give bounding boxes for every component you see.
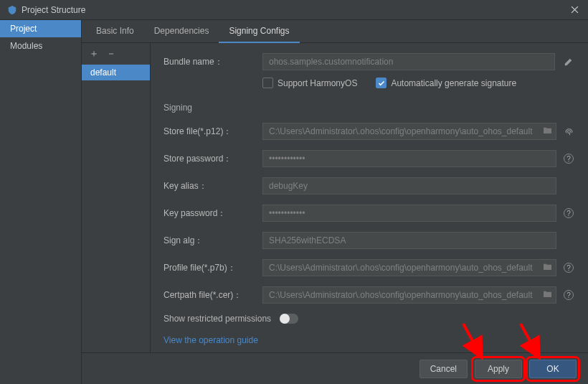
cancel-button[interactable]: Cancel	[419, 360, 468, 378]
fingerprint-icon[interactable]	[561, 126, 577, 137]
close-button[interactable]	[568, 4, 581, 17]
support-harmonyos-label: Support HarmonyOS	[278, 78, 357, 88]
apply-button[interactable]: Apply	[475, 360, 522, 378]
tab-basic-info[interactable]: Basic Info	[86, 20, 144, 43]
key-password-label: Key password：	[163, 207, 262, 220]
tab-dependencies[interactable]: Dependencies	[144, 20, 219, 43]
restricted-perms-label: Show restricted permissions	[163, 314, 271, 324]
operation-guide-link[interactable]: View the operation guide	[163, 335, 577, 345]
sign-alg-input[interactable]	[262, 232, 556, 249]
store-password-input[interactable]	[262, 150, 556, 167]
key-alias-label: Key alias：	[163, 180, 262, 192]
sidebar-item-project[interactable]: Project	[0, 20, 81, 37]
key-password-input[interactable]	[262, 205, 556, 222]
help-icon[interactable]: ?	[561, 208, 577, 218]
configs-panel: ＋ － default	[82, 43, 151, 352]
certpath-file-label: Certpath file(*.cer)：	[163, 289, 262, 301]
ok-button[interactable]: OK	[529, 360, 577, 378]
help-icon[interactable]: ?	[561, 263, 577, 273]
titlebar: Project Structure	[0, 0, 588, 20]
add-config-button[interactable]: ＋	[89, 47, 99, 60]
help-icon[interactable]: ?	[561, 290, 577, 300]
bundle-name-label: Bundle name：	[163, 56, 262, 68]
restricted-perms-toggle[interactable]	[280, 314, 298, 324]
auto-sign-label: Automatically generate signature	[391, 78, 516, 88]
key-alias-input[interactable]	[262, 177, 556, 195]
dialog-footer: Cancel Apply OK	[82, 352, 588, 384]
app-icon	[7, 5, 17, 15]
bundle-name-input[interactable]	[262, 53, 555, 70]
store-password-label: Store password：	[163, 153, 262, 165]
auto-sign-checkbox[interactable]: Automatically generate signature	[376, 78, 516, 88]
profile-file-label: Profile file(*.p7b)：	[163, 262, 262, 274]
certpath-file-input[interactable]	[262, 286, 556, 304]
store-file-label: Store file(*.p12)：	[163, 126, 262, 138]
help-icon[interactable]: ?	[561, 154, 577, 164]
remove-config-button[interactable]: －	[106, 47, 116, 60]
sidebar: Project Modules	[0, 20, 82, 384]
tab-signing-configs[interactable]: Signing Configs	[219, 20, 299, 43]
store-file-input[interactable]	[262, 123, 556, 140]
signing-form: Bundle name： Support HarmonyOS	[151, 43, 588, 352]
window-title: Project Structure	[22, 5, 85, 15]
config-item-default[interactable]: default	[82, 65, 150, 80]
signing-section-header: Signing	[163, 103, 577, 113]
profile-file-input[interactable]	[262, 259, 556, 276]
support-harmonyos-checkbox[interactable]: Support HarmonyOS	[262, 78, 357, 88]
edit-icon[interactable]	[561, 57, 577, 67]
sign-alg-label: Sign alg：	[163, 235, 262, 247]
sidebar-item-modules[interactable]: Modules	[0, 37, 81, 55]
tabbar: Basic Info Dependencies Signing Configs	[82, 20, 588, 43]
